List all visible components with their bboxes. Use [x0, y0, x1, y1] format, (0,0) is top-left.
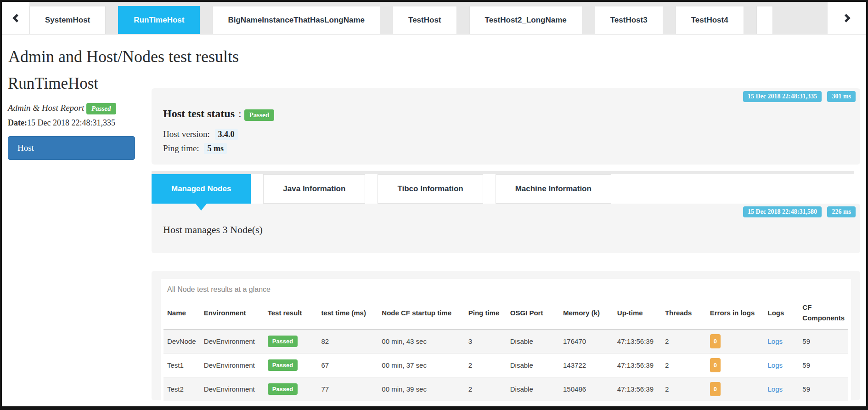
- cell-node-cf-startup: 00 min, 43 sec: [378, 329, 464, 353]
- table-row: Test2 DevEnvironment Passed 77 00 min, 3…: [163, 377, 848, 401]
- tab-tibco-information[interactable]: Tibco Information: [378, 174, 483, 204]
- col-logs: Logs: [764, 298, 799, 329]
- errors-badge: 0: [710, 382, 721, 396]
- host-tab-testhost2[interactable]: TestHost2_LongName: [469, 6, 582, 34]
- cell-test-time: 77: [317, 377, 378, 401]
- col-memory: Memory (k): [559, 298, 614, 329]
- app-window: SystemHost RunTimeHost BigNameInstanceTh…: [0, 0, 868, 410]
- cell-cf-components: 59: [799, 353, 848, 377]
- cell-test-time: 82: [317, 329, 378, 353]
- report-label: Admin & Host Report: [8, 103, 84, 113]
- host-tab-label: SystemHost: [45, 16, 90, 25]
- host-tab-label: TestHost2_LongName: [485, 16, 567, 25]
- host-version-value: 3.4.0: [215, 129, 238, 140]
- nodes-table-panel: All Node test results at a glance Name E…: [152, 271, 860, 400]
- cell-errors-in-logs: 0: [706, 329, 764, 353]
- cell-errors-in-logs: 0: [706, 377, 764, 401]
- nodes-table: Name Environment Test result test time (…: [163, 298, 848, 401]
- col-uptime: Up-time: [614, 298, 661, 329]
- cell-cf-components: 59: [799, 377, 848, 401]
- tab-label: Machine Information: [515, 184, 592, 194]
- col-test-time: test time (ms): [317, 298, 378, 329]
- ping-time-value: 5 ms: [204, 143, 227, 154]
- logs-link[interactable]: Logs: [768, 385, 783, 393]
- tab-label: Managed Nodes: [171, 184, 231, 194]
- timestamp-badge: 15 Dec 2018 22:48:31,335: [743, 91, 822, 102]
- test-result-badge: Passed: [268, 383, 298, 395]
- col-cf-components: CF Components: [799, 298, 848, 329]
- logs-link[interactable]: Logs: [768, 337, 783, 345]
- cell-memory: 176470: [559, 329, 614, 353]
- tab-managed-nodes-active[interactable]: Managed Nodes: [152, 174, 251, 204]
- cell-node-cf-startup: 00 min, 39 sec: [378, 377, 464, 401]
- cell-environment: DevEnvironment: [200, 329, 264, 353]
- host-tab-runtimehost-active[interactable]: RunTimeHost: [118, 6, 200, 34]
- cell-logs: Logs: [764, 377, 799, 401]
- host-tab-testhost3[interactable]: TestHost3: [595, 6, 663, 34]
- date-line: Date:15 Dec 2018 22:48:31,335: [8, 118, 152, 128]
- col-name: Name: [163, 298, 200, 329]
- duration-badge: 301 ms: [827, 91, 856, 102]
- host-tab-systemhost[interactable]: SystemHost: [29, 6, 106, 34]
- col-environment: Environment: [200, 298, 264, 329]
- ping-time-line: Ping time: 5 ms: [163, 143, 860, 154]
- date-label: Date:: [8, 118, 27, 127]
- cell-logs: Logs: [764, 353, 799, 377]
- host-status-panel: 15 Dec 2018 22:48:31,335 301 ms Host tes…: [152, 88, 860, 165]
- cell-osgi-port: Disable: [507, 353, 559, 377]
- cell-osgi-port: Disable: [507, 377, 559, 401]
- tab-label: Tibco Information: [397, 184, 463, 194]
- col-test-result: Test result: [264, 298, 318, 329]
- host-version-label: Host version:: [163, 129, 210, 139]
- host-tab-label: RunTimeHost: [134, 16, 184, 25]
- cell-environment: DevEnvironment: [200, 377, 264, 401]
- cell-uptime: 47:13:56:39: [614, 377, 661, 401]
- host-tabstrip: SystemHost RunTimeHost BigNameInstanceTh…: [2, 2, 866, 34]
- nodes-table-caption: All Node test results at a glance: [163, 279, 848, 298]
- host-tab-testhost4[interactable]: TestHost4: [676, 6, 744, 34]
- host-nav-button[interactable]: Host: [8, 136, 135, 160]
- cell-memory: 143722: [559, 353, 614, 377]
- report-status-badge: Passed: [86, 103, 116, 114]
- scroll-tabs-right-button[interactable]: [828, 2, 866, 34]
- ping-time-label: Ping time:: [163, 143, 199, 153]
- host-tab-label: TestHost: [408, 16, 441, 25]
- host-tab-bignameinstance[interactable]: BigNameInstanceThatHasLongName: [212, 6, 380, 34]
- cell-logs: Logs: [764, 329, 799, 353]
- host-tab-label: BigNameInstanceThatHasLongName: [228, 16, 365, 25]
- page-title: Admin and Host/Nodes test results: [8, 47, 866, 66]
- chevron-left-icon: [12, 14, 21, 22]
- host-tab-partial[interactable]: [756, 6, 773, 34]
- cell-threads: 2: [661, 329, 706, 353]
- cell-test-result: Passed: [264, 353, 318, 377]
- cell-cf-components: 59: [799, 329, 848, 353]
- host-tab-label: TestHost4: [691, 16, 728, 25]
- table-header-row: Name Environment Test result test time (…: [163, 298, 848, 329]
- main-column: 15 Dec 2018 22:48:31,335 301 ms Host tes…: [152, 74, 860, 400]
- chevron-right-icon: [842, 14, 850, 22]
- cell-test-result: Passed: [264, 377, 318, 401]
- timestamp-badge: 15 Dec 2018 22:48:31,580: [743, 206, 822, 217]
- table-row: Test1 DevEnvironment Passed 67 00 min, 3…: [163, 353, 848, 377]
- cell-uptime: 47:13:56:39: [614, 329, 661, 353]
- cell-threads: 2: [661, 377, 706, 401]
- tab-machine-information[interactable]: Machine Information: [496, 174, 611, 204]
- date-value: 15 Dec 2018 22:48:31,335: [27, 118, 115, 127]
- content-area: RunTimeHost Admin & Host Report Passed D…: [2, 66, 866, 400]
- tab-java-information[interactable]: Java Information: [263, 174, 365, 204]
- col-threads: Threads: [661, 298, 706, 329]
- col-osgi-port: OSGI Port: [507, 298, 559, 329]
- cell-ping-time: 2: [465, 377, 507, 401]
- tab-label: Java Information: [283, 184, 345, 194]
- managed-nodes-panel: 15 Dec 2018 22:48:31,580 226 ms Host man…: [152, 204, 860, 253]
- nodes-summary-text: Host manages 3 Node(s): [163, 224, 860, 236]
- status-separator: :: [238, 108, 242, 120]
- duration-badge: 226 ms: [827, 206, 856, 217]
- logs-link[interactable]: Logs: [768, 361, 783, 369]
- host-version-line: Host version: 3.4.0: [163, 129, 860, 139]
- host-tab-testhost[interactable]: TestHost: [393, 6, 457, 34]
- host-tab-label: TestHost3: [610, 16, 648, 25]
- test-result-badge: Passed: [268, 359, 298, 371]
- scroll-tabs-left-button[interactable]: [2, 2, 29, 34]
- host-test-status-label: Host test status: [163, 108, 235, 120]
